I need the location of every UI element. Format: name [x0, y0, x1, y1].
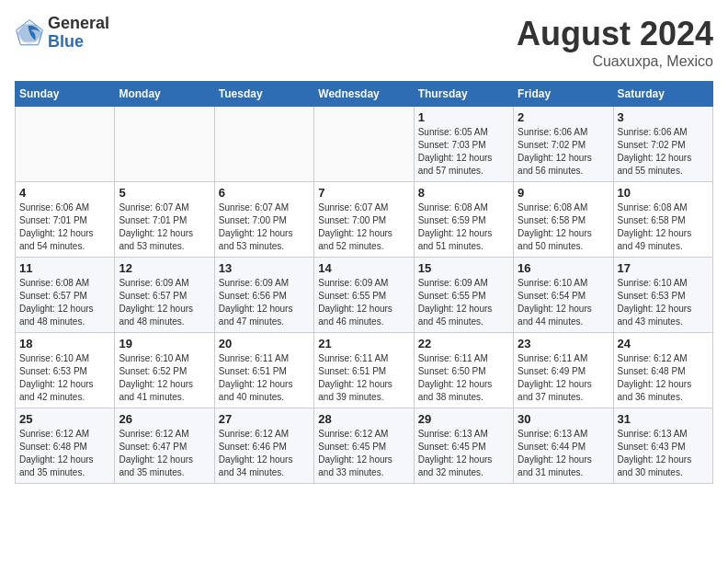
day-number: 20	[219, 337, 310, 350]
day-number: 25	[19, 412, 110, 426]
day-header-friday: Friday	[514, 82, 613, 107]
day-info: Sunrise: 6:12 AM Sunset: 6:48 PM Dayligh…	[19, 428, 110, 479]
day-header-monday: Monday	[115, 82, 214, 107]
logo-icon	[15, 18, 44, 48]
day-info: Sunrise: 6:06 AM Sunset: 7:02 PM Dayligh…	[618, 126, 709, 178]
day-header-sunday: Sunday	[16, 82, 115, 107]
page-header: General Blue August 2024 Cuaxuxpa, Mexic…	[15, 15, 713, 70]
day-info: Sunrise: 6:09 AM Sunset: 6:56 PM Dayligh…	[219, 277, 310, 328]
day-info: Sunrise: 6:08 AM Sunset: 6:58 PM Dayligh…	[518, 201, 609, 253]
calendar-cell: 22Sunrise: 6:11 AM Sunset: 6:50 PM Dayli…	[414, 333, 513, 408]
day-info: Sunrise: 6:09 AM Sunset: 6:55 PM Dayligh…	[318, 277, 409, 328]
calendar-cell	[16, 107, 115, 182]
day-number: 2	[518, 110, 609, 124]
day-number: 30	[518, 412, 609, 426]
day-info: Sunrise: 6:08 AM Sunset: 6:59 PM Dayligh…	[418, 201, 509, 253]
day-number: 16	[518, 261, 609, 275]
day-number: 10	[618, 186, 709, 200]
week-row-4: 18Sunrise: 6:10 AM Sunset: 6:53 PM Dayli…	[16, 333, 713, 408]
calendar-cell	[115, 107, 214, 182]
calendar-cell: 21Sunrise: 6:11 AM Sunset: 6:51 PM Dayli…	[314, 333, 414, 408]
day-info: Sunrise: 6:12 AM Sunset: 6:46 PM Dayligh…	[219, 428, 310, 479]
day-info: Sunrise: 6:08 AM Sunset: 6:58 PM Dayligh…	[618, 201, 709, 253]
day-number: 6	[219, 186, 310, 200]
day-number: 17	[618, 261, 709, 275]
day-info: Sunrise: 6:11 AM Sunset: 6:49 PM Dayligh…	[518, 352, 609, 404]
day-number: 3	[618, 110, 709, 124]
calendar-cell: 14Sunrise: 6:09 AM Sunset: 6:55 PM Dayli…	[314, 258, 414, 333]
day-info: Sunrise: 6:11 AM Sunset: 6:50 PM Dayligh…	[418, 352, 509, 404]
day-info: Sunrise: 6:13 AM Sunset: 6:44 PM Dayligh…	[518, 428, 609, 479]
day-info: Sunrise: 6:10 AM Sunset: 6:53 PM Dayligh…	[618, 277, 709, 328]
week-row-5: 25Sunrise: 6:12 AM Sunset: 6:48 PM Dayli…	[16, 408, 713, 484]
calendar-cell: 28Sunrise: 6:12 AM Sunset: 6:45 PM Dayli…	[314, 408, 414, 484]
logo: General Blue	[15, 15, 109, 52]
calendar-cell: 10Sunrise: 6:08 AM Sunset: 6:58 PM Dayli…	[613, 182, 712, 258]
day-info: Sunrise: 6:07 AM Sunset: 7:01 PM Dayligh…	[119, 201, 210, 253]
day-number: 13	[219, 261, 310, 275]
day-number: 1	[418, 110, 509, 124]
calendar-cell: 29Sunrise: 6:13 AM Sunset: 6:45 PM Dayli…	[414, 408, 513, 484]
day-number: 4	[19, 186, 110, 200]
calendar-cell: 23Sunrise: 6:11 AM Sunset: 6:49 PM Dayli…	[514, 333, 613, 408]
day-info: Sunrise: 6:12 AM Sunset: 6:45 PM Dayligh…	[318, 428, 409, 479]
calendar-table: SundayMondayTuesdayWednesdayThursdayFrid…	[15, 81, 713, 484]
day-number: 15	[418, 261, 509, 275]
day-number: 23	[518, 337, 609, 350]
day-header-thursday: Thursday	[414, 82, 513, 107]
day-info: Sunrise: 6:11 AM Sunset: 6:51 PM Dayligh…	[219, 352, 310, 404]
calendar-cell: 30Sunrise: 6:13 AM Sunset: 6:44 PM Dayli…	[514, 408, 613, 484]
calendar-cell: 8Sunrise: 6:08 AM Sunset: 6:59 PM Daylig…	[414, 182, 513, 258]
day-number: 29	[418, 412, 509, 426]
calendar-cell: 12Sunrise: 6:09 AM Sunset: 6:57 PM Dayli…	[115, 258, 214, 333]
calendar-cell: 7Sunrise: 6:07 AM Sunset: 7:00 PM Daylig…	[314, 182, 414, 258]
calendar-cell: 9Sunrise: 6:08 AM Sunset: 6:58 PM Daylig…	[514, 182, 613, 258]
title-block: August 2024 Cuaxuxpa, Mexico	[517, 15, 713, 70]
calendar-cell: 11Sunrise: 6:08 AM Sunset: 6:57 PM Dayli…	[16, 258, 115, 333]
day-number: 5	[119, 186, 210, 200]
day-number: 24	[618, 337, 709, 350]
day-info: Sunrise: 6:10 AM Sunset: 6:52 PM Dayligh…	[119, 352, 210, 404]
calendar-cell: 16Sunrise: 6:10 AM Sunset: 6:54 PM Dayli…	[514, 258, 613, 333]
calendar-cell: 24Sunrise: 6:12 AM Sunset: 6:48 PM Dayli…	[613, 333, 712, 408]
calendar-cell: 26Sunrise: 6:12 AM Sunset: 6:47 PM Dayli…	[115, 408, 214, 484]
day-info: Sunrise: 6:13 AM Sunset: 6:45 PM Dayligh…	[418, 428, 509, 479]
day-info: Sunrise: 6:08 AM Sunset: 6:57 PM Dayligh…	[19, 277, 110, 328]
day-number: 18	[19, 337, 110, 350]
day-info: Sunrise: 6:11 AM Sunset: 6:51 PM Dayligh…	[318, 352, 409, 404]
calendar-cell: 4Sunrise: 6:06 AM Sunset: 7:01 PM Daylig…	[16, 182, 115, 258]
day-number: 7	[318, 186, 409, 200]
day-number: 9	[518, 186, 609, 200]
day-number: 22	[418, 337, 509, 350]
day-number: 28	[318, 412, 409, 426]
calendar-cell: 13Sunrise: 6:09 AM Sunset: 6:56 PM Dayli…	[214, 258, 313, 333]
day-info: Sunrise: 6:09 AM Sunset: 6:55 PM Dayligh…	[418, 277, 509, 328]
day-number: 8	[418, 186, 509, 200]
day-number: 26	[119, 412, 210, 426]
day-header-wednesday: Wednesday	[314, 82, 414, 107]
calendar-cell: 27Sunrise: 6:12 AM Sunset: 6:46 PM Dayli…	[214, 408, 313, 484]
calendar-cell: 6Sunrise: 6:07 AM Sunset: 7:00 PM Daylig…	[214, 182, 313, 258]
calendar-cell: 3Sunrise: 6:06 AM Sunset: 7:02 PM Daylig…	[613, 107, 712, 182]
month-year: August 2024	[517, 15, 713, 53]
day-info: Sunrise: 6:13 AM Sunset: 6:43 PM Dayligh…	[618, 428, 709, 479]
day-info: Sunrise: 6:10 AM Sunset: 6:53 PM Dayligh…	[19, 352, 110, 404]
calendar-cell: 18Sunrise: 6:10 AM Sunset: 6:53 PM Dayli…	[16, 333, 115, 408]
week-row-3: 11Sunrise: 6:08 AM Sunset: 6:57 PM Dayli…	[16, 258, 713, 333]
day-number: 12	[119, 261, 210, 275]
calendar-cell: 31Sunrise: 6:13 AM Sunset: 6:43 PM Dayli…	[613, 408, 712, 484]
week-row-1: 1Sunrise: 6:05 AM Sunset: 7:03 PM Daylig…	[16, 107, 713, 182]
day-number: 14	[318, 261, 409, 275]
location: Cuaxuxpa, Mexico	[517, 53, 713, 70]
calendar-cell: 17Sunrise: 6:10 AM Sunset: 6:53 PM Dayli…	[613, 258, 712, 333]
calendar-cell: 20Sunrise: 6:11 AM Sunset: 6:51 PM Dayli…	[214, 333, 313, 408]
calendar-cell: 19Sunrise: 6:10 AM Sunset: 6:52 PM Dayli…	[115, 333, 214, 408]
day-info: Sunrise: 6:07 AM Sunset: 7:00 PM Dayligh…	[318, 201, 409, 253]
day-info: Sunrise: 6:09 AM Sunset: 6:57 PM Dayligh…	[119, 277, 210, 328]
day-number: 31	[618, 412, 709, 426]
week-row-2: 4Sunrise: 6:06 AM Sunset: 7:01 PM Daylig…	[16, 182, 713, 258]
calendar-cell: 1Sunrise: 6:05 AM Sunset: 7:03 PM Daylig…	[414, 107, 513, 182]
day-info: Sunrise: 6:10 AM Sunset: 6:54 PM Dayligh…	[518, 277, 609, 328]
day-info: Sunrise: 6:12 AM Sunset: 6:47 PM Dayligh…	[119, 428, 210, 479]
day-info: Sunrise: 6:06 AM Sunset: 7:01 PM Dayligh…	[19, 201, 110, 253]
